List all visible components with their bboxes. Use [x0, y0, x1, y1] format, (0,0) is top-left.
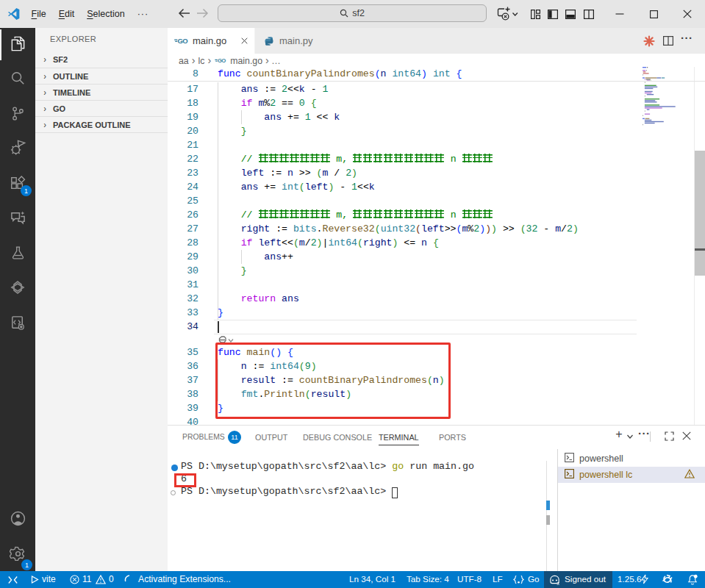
svg-text:GO: GO	[218, 57, 226, 64]
svg-text:GO: GO	[178, 37, 188, 45]
